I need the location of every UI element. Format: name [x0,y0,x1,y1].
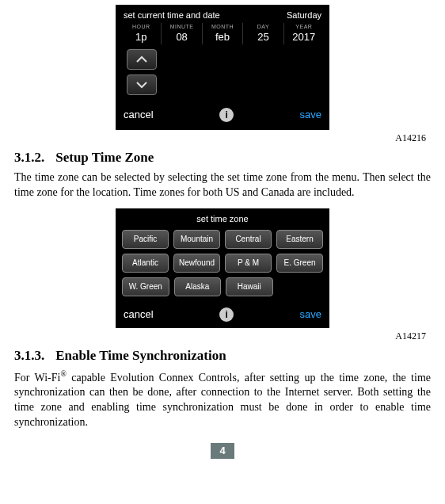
tz-newfound-button[interactable]: Newfound [173,254,220,273]
screen-title: set time zone [116,208,329,227]
col-day-value: 25 [245,30,280,44]
spin-up-button[interactable] [127,49,157,70]
col-month-value: feb [205,30,240,44]
figure-id: A14217 [14,330,426,342]
figure-id: A14216 [14,132,426,144]
col-year-value: 2017 [287,30,321,44]
registered-mark: ® [60,369,66,378]
section-heading-313: 3.1.3. Enable Time Synchronization [14,347,431,365]
screen-title: set current time and date [124,10,220,21]
info-button[interactable]: i [219,108,234,122]
info-button[interactable]: i [219,307,234,322]
page-number: 4 [211,443,234,459]
col-minute-value: 08 [164,30,199,44]
col-year-label: YEAR [287,23,321,30]
chevron-down-icon [136,81,147,89]
tz-eastern-button[interactable]: Eastern [276,230,323,249]
col-month-label: MONTH [205,23,240,30]
cancel-button[interactable]: cancel [124,108,154,122]
col-hour: HOUR 1p [124,23,158,44]
section-body-313: For Wi-Fi® capable Evolution Connex Cont… [14,368,431,430]
device-screenshot-set-time-zone: set time zone Pacific Mountain Central E… [116,208,329,328]
col-month: MONTH feb [205,23,240,44]
section-title: Setup Time Zone [55,150,154,165]
device-screenshot-set-time-date: set current time and date Saturday HOUR … [116,5,329,130]
col-day: DAY 25 [245,23,280,44]
section-number: 3.1.3. [14,347,52,365]
tz-wgreen-button[interactable]: W. Green [122,277,169,296]
col-day-label: DAY [245,23,280,30]
spin-down-button[interactable] [127,74,157,95]
tz-egreen-button[interactable]: E. Green [276,254,323,273]
section-number: 3.1.2. [14,149,52,167]
tz-atlantic-button[interactable]: Atlantic [122,254,169,273]
section-title: Enable Time Synchronization [55,348,226,363]
col-minute-label: MINUTE [164,23,199,30]
body-post: capable Evolution Connex Controls, after… [14,371,431,428]
section-heading-312: 3.1.2. Setup Time Zone [14,149,431,167]
col-hour-label: HOUR [124,23,158,30]
tz-central-button[interactable]: Central [225,230,272,249]
save-button[interactable]: save [300,307,321,322]
col-hour-value: 1p [124,30,158,44]
save-button[interactable]: save [300,108,321,122]
weekday-label: Saturday [287,10,321,21]
cancel-button[interactable]: cancel [124,307,154,322]
tz-pm-button[interactable]: P & M [225,254,272,273]
tz-hawaii-button[interactable]: Hawaii [226,277,273,296]
chevron-up-icon [136,55,147,63]
tz-alaska-button[interactable]: Alaska [174,277,222,296]
section-body-312: The time zone can be selected by selecti… [14,170,431,200]
body-pre: For Wi-Fi [14,371,60,383]
col-minute: MINUTE 08 [164,23,199,44]
tz-mountain-button[interactable]: Mountain [173,230,220,249]
col-year: YEAR 2017 [287,23,321,44]
tz-pacific-button[interactable]: Pacific [122,230,169,249]
